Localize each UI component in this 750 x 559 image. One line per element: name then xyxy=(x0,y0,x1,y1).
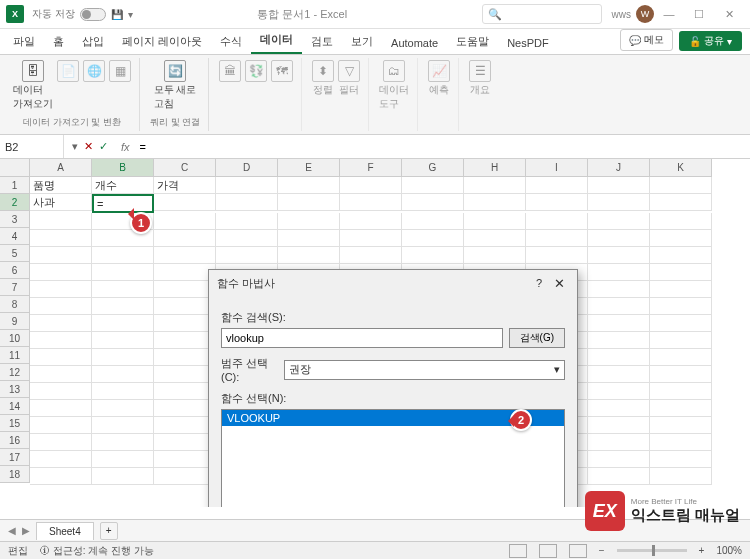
cell[interactable] xyxy=(92,281,154,298)
cell[interactable] xyxy=(154,434,216,451)
prev-sheet-icon[interactable]: ◀ xyxy=(8,525,16,536)
cell[interactable] xyxy=(650,383,712,400)
cell[interactable] xyxy=(92,434,154,451)
cell[interactable] xyxy=(402,247,464,264)
cell[interactable] xyxy=(588,417,650,434)
cell[interactable] xyxy=(464,247,526,264)
cell[interactable] xyxy=(650,451,712,468)
zoom-in-button[interactable]: + xyxy=(699,545,705,556)
cell[interactable] xyxy=(650,194,712,211)
cell[interactable] xyxy=(30,264,92,281)
zoom-slider[interactable] xyxy=(617,549,687,552)
cell[interactable] xyxy=(402,213,464,230)
cell[interactable] xyxy=(650,213,712,230)
cell[interactable] xyxy=(402,230,464,247)
row-header[interactable]: 3 xyxy=(0,211,30,228)
cell[interactable] xyxy=(92,332,154,349)
spreadsheet-grid[interactable]: ABCDEFGHIJK 123456789101112131415161718 … xyxy=(0,159,750,507)
cell[interactable] xyxy=(30,213,92,230)
tab-home[interactable]: 홈 xyxy=(44,29,73,54)
data-tools-button[interactable]: 🗂데이터 도구 xyxy=(379,60,409,111)
cell[interactable] xyxy=(464,194,526,211)
cell[interactable] xyxy=(588,194,650,211)
cell[interactable] xyxy=(30,349,92,366)
share-button[interactable]: 🔓 공유 ▾ xyxy=(679,31,742,51)
cell[interactable]: 가격 xyxy=(154,177,216,194)
cell[interactable] xyxy=(588,177,650,194)
row-header[interactable]: 6 xyxy=(0,262,30,279)
column-header[interactable]: H xyxy=(464,159,526,177)
cell[interactable] xyxy=(278,194,340,211)
close-button[interactable]: ✕ xyxy=(714,8,744,21)
enter-icon[interactable]: ✓ xyxy=(99,140,108,153)
cell[interactable] xyxy=(588,383,650,400)
cell[interactable] xyxy=(650,366,712,383)
cell[interactable] xyxy=(92,383,154,400)
cell[interactable]: 개수 xyxy=(92,177,154,194)
cell[interactable] xyxy=(588,264,650,281)
row-header[interactable]: 4 xyxy=(0,228,30,245)
cell[interactable] xyxy=(650,230,712,247)
cell[interactable] xyxy=(588,468,650,485)
cell[interactable] xyxy=(154,383,216,400)
cell[interactable] xyxy=(340,194,402,211)
row-header[interactable]: 5 xyxy=(0,245,30,262)
cell[interactable] xyxy=(650,177,712,194)
cell[interactable] xyxy=(526,230,588,247)
cell[interactable] xyxy=(30,383,92,400)
row-headers[interactable]: 123456789101112131415161718 xyxy=(0,177,30,483)
comments-button[interactable]: 💬 메모 xyxy=(620,29,673,51)
row-header[interactable]: 9 xyxy=(0,313,30,330)
column-header[interactable]: F xyxy=(340,159,402,177)
column-header[interactable]: G xyxy=(402,159,464,177)
column-header[interactable]: E xyxy=(278,159,340,177)
fx-icon[interactable]: fx xyxy=(116,141,135,153)
cell[interactable] xyxy=(588,247,650,264)
column-header[interactable]: K xyxy=(650,159,712,177)
row-header[interactable]: 8 xyxy=(0,296,30,313)
cell[interactable] xyxy=(650,264,712,281)
cell[interactable] xyxy=(526,213,588,230)
row-header[interactable]: 15 xyxy=(0,415,30,432)
cancel-icon[interactable]: ✕ xyxy=(84,140,93,153)
cell[interactable] xyxy=(588,349,650,366)
cell[interactable] xyxy=(278,247,340,264)
select-all-corner[interactable] xyxy=(0,159,30,177)
column-header[interactable]: I xyxy=(526,159,588,177)
cell[interactable] xyxy=(92,417,154,434)
row-header[interactable]: 14 xyxy=(0,398,30,415)
cell[interactable] xyxy=(464,213,526,230)
column-headers[interactable]: ABCDEFGHIJK xyxy=(30,159,712,177)
category-select[interactable]: 권장 ▾ xyxy=(284,360,565,380)
cell[interactable] xyxy=(464,230,526,247)
row-header[interactable]: 16 xyxy=(0,432,30,449)
tab-layout[interactable]: 페이지 레이아웃 xyxy=(113,29,211,54)
toggle-switch-icon[interactable] xyxy=(80,8,106,21)
sheet-tab[interactable]: Sheet4 xyxy=(36,522,94,540)
next-sheet-icon[interactable]: ▶ xyxy=(22,525,30,536)
cell[interactable] xyxy=(92,298,154,315)
cell[interactable] xyxy=(154,281,216,298)
row-header[interactable]: 11 xyxy=(0,347,30,364)
cell[interactable] xyxy=(154,400,216,417)
column-header[interactable]: A xyxy=(30,159,92,177)
save-icon[interactable]: 💾 xyxy=(111,9,123,20)
cell[interactable] xyxy=(216,230,278,247)
help-icon[interactable]: ? xyxy=(529,277,549,289)
sort-button[interactable]: ⬍정렬 xyxy=(312,60,334,97)
cell[interactable] xyxy=(588,434,650,451)
cell[interactable] xyxy=(278,213,340,230)
cell[interactable] xyxy=(588,332,650,349)
cell[interactable] xyxy=(526,177,588,194)
cell[interactable] xyxy=(464,177,526,194)
cell[interactable] xyxy=(278,177,340,194)
cell[interactable] xyxy=(154,315,216,332)
cell[interactable] xyxy=(92,315,154,332)
cell[interactable] xyxy=(154,417,216,434)
cell[interactable] xyxy=(92,264,154,281)
row-header[interactable]: 1 xyxy=(0,177,30,194)
forecast-button[interactable]: 📈예측 xyxy=(428,60,450,97)
cell[interactable] xyxy=(278,230,340,247)
cell[interactable] xyxy=(650,281,712,298)
cell[interactable] xyxy=(92,468,154,485)
